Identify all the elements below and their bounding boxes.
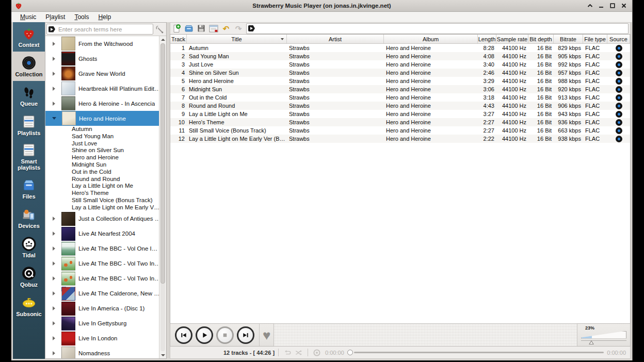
next-button[interactable] — [237, 326, 254, 344]
love-button[interactable]: ♥ — [263, 328, 270, 342]
menu-music[interactable]: Music — [15, 12, 41, 22]
tree-album[interactable]: Hero & Heroine - In Ascencia — [45, 96, 159, 111]
sidebar-item-smart-playlists[interactable]: Smart playlists — [13, 140, 45, 174]
titlebar[interactable]: Strawberry Music Player (on jonas.in.jkv… — [11, 0, 632, 12]
tree-track[interactable]: Lay a Little Light on Me — [45, 183, 159, 190]
expander-icon[interactable] — [53, 276, 55, 281]
col-sample-rate[interactable]: Sample rate — [496, 35, 528, 43]
tree-album-selected[interactable]: Hero and Heroine — [45, 111, 159, 126]
sidebar-item-subsonic[interactable]: Subsonic — [13, 291, 45, 321]
tree-track[interactable]: Sad Young Man — [45, 133, 159, 140]
tree-album[interactable]: Live At Nearfest 2004 — [45, 226, 159, 241]
tree-album[interactable]: Heartbreak Hill Platinum Edit… — [45, 81, 159, 96]
table-row[interactable]: 6Midnight SunStrawbsHero and Heroine3:06… — [170, 85, 630, 93]
seek-handle[interactable] — [347, 350, 353, 355]
tree-track[interactable]: Shine on Silver Sun — [45, 147, 159, 154]
col-artist[interactable]: Artist — [287, 35, 384, 43]
shuffle-button[interactable] — [295, 349, 302, 356]
tree-scrollbar[interactable] — [159, 36, 166, 358]
seek-groove[interactable] — [354, 352, 604, 353]
col-file-type[interactable]: File type — [583, 35, 607, 43]
expander-icon[interactable] — [53, 232, 55, 236]
col-length[interactable]: Length — [478, 35, 496, 43]
tree-album[interactable]: Just a Collection of Antiques … — [45, 211, 159, 226]
collection-searchbox[interactable] — [46, 24, 153, 35]
tree-album[interactable]: Live At The BBC - Vol Two In… — [45, 256, 159, 271]
sidebar-item-context[interactable]: Context — [13, 22, 45, 52]
table-row[interactable]: 1AutumnStrawbsHero and Heroine8:2844100 … — [170, 44, 630, 52]
scroll-up-button[interactable] — [159, 36, 166, 43]
save-playlist-button[interactable] — [197, 24, 206, 33]
tree-album[interactable]: Live At The Calderone, New … — [45, 286, 159, 301]
tree-track[interactable]: Round and Round — [45, 176, 159, 183]
tree-track[interactable]: Autumn — [45, 126, 159, 133]
table-row[interactable]: 12Lay a Little Light on Me Early Ver (B…… — [170, 135, 630, 143]
scrollbar-track[interactable] — [160, 43, 165, 351]
volume-handle[interactable] — [589, 340, 594, 344]
sidebar-item-files[interactable]: Files — [13, 174, 45, 203]
collection-search-input[interactable] — [57, 26, 151, 33]
undo-button[interactable]: ↶ — [221, 24, 231, 33]
table-row[interactable]: 11Still Small Voice (Bonus Track)Strawbs… — [170, 126, 630, 135]
col-bit-depth[interactable]: Bit depth — [528, 35, 554, 43]
minimize-button[interactable] — [597, 2, 605, 9]
table-row[interactable]: 5Hero and HeroineStrawbsHero and Heroine… — [170, 77, 630, 85]
load-playlist-button[interactable] — [184, 24, 194, 33]
menu-tools[interactable]: Tools — [70, 12, 93, 22]
previous-button[interactable] — [175, 326, 192, 344]
volume-slider[interactable] — [581, 331, 626, 339]
search-options-icon[interactable] — [49, 26, 55, 32]
sidebar-item-queue[interactable]: Queue — [13, 81, 45, 110]
expander-icon[interactable] — [53, 87, 55, 91]
play-button[interactable] — [196, 326, 213, 344]
sidebar-item-tidal[interactable]: Tidal — [13, 233, 45, 262]
expander-icon[interactable] — [53, 72, 55, 76]
sidebar-item-playlists[interactable]: Playlists — [13, 110, 45, 140]
expander-icon[interactable] — [53, 336, 55, 340]
tree-album[interactable]: Grave New World — [45, 66, 159, 81]
stop-button[interactable] — [216, 326, 234, 344]
redo-button[interactable]: ↷ — [234, 24, 243, 33]
playlist-searchbox[interactable] — [246, 23, 629, 34]
search-options-icon[interactable] — [248, 25, 255, 31]
tree-album[interactable]: Live At The BBC - Vol One I… — [45, 241, 159, 256]
expander-icon[interactable] — [53, 102, 55, 106]
collapse-icon[interactable] — [52, 117, 56, 120]
analyzer-area[interactable] — [274, 324, 577, 346]
scroll-down-button[interactable] — [159, 352, 166, 358]
tree-album[interactable]: From the Witchwood — [45, 36, 159, 51]
tree-track[interactable]: Lay a Little Light on Me Early V… — [45, 204, 159, 211]
col-title[interactable]: Title — [187, 35, 287, 43]
playlist-settings-button[interactable] — [209, 24, 218, 33]
table-row[interactable]: 10Hero's ThemeStrawbsHero and Heroine2:2… — [170, 118, 630, 126]
table-row[interactable]: 2Sad Young ManStrawbsHero and Heroine4:0… — [170, 52, 630, 60]
tree-album[interactable]: Nomadness — [45, 346, 159, 358]
playlist-search-input[interactable] — [257, 25, 626, 32]
table-row[interactable]: 4Shine on Silver SunStrawbsHero and Hero… — [170, 69, 630, 77]
tree-album[interactable]: Live At The BBC - Vol Two In… — [45, 271, 159, 286]
expander-icon[interactable] — [53, 306, 55, 310]
table-row[interactable]: 8Round and RoundStrawbsHero and Heroine4… — [170, 102, 630, 110]
tree-album[interactable]: Ghosts — [45, 51, 159, 66]
tree-track[interactable]: Still Small Voice (Bonus Track) — [45, 197, 159, 204]
expander-icon[interactable] — [53, 261, 55, 266]
close-button[interactable] — [620, 2, 628, 9]
expander-icon[interactable] — [53, 217, 55, 221]
tree-album[interactable]: Live In London — [45, 331, 159, 346]
expander-icon[interactable] — [53, 57, 55, 61]
expander-icon[interactable] — [53, 42, 55, 46]
scrobble-button[interactable] — [313, 349, 320, 356]
table-row[interactable]: 7Out in the ColdStrawbsHero and Heroine3… — [170, 93, 630, 102]
volume-rail[interactable] — [581, 340, 626, 345]
maximize-button[interactable] — [608, 2, 617, 9]
col-bitrate[interactable]: Bitrate — [554, 35, 583, 43]
tree-track[interactable]: Just Love — [45, 140, 159, 147]
tree-track[interactable]: Midnight Sun — [45, 161, 159, 169]
table-row[interactable]: 3Just LoveStrawbsHero and Heroine3:40441… — [170, 60, 630, 69]
repeat-button[interactable] — [284, 349, 292, 356]
tree-album[interactable]: Live In America - (Disc 1) — [45, 301, 159, 316]
collection-settings-button[interactable] — [155, 24, 165, 35]
expander-icon[interactable] — [53, 291, 55, 295]
scrollbar-thumb[interactable] — [160, 43, 165, 284]
sidebar-item-qobuz[interactable]: Qobuz — [13, 262, 45, 291]
